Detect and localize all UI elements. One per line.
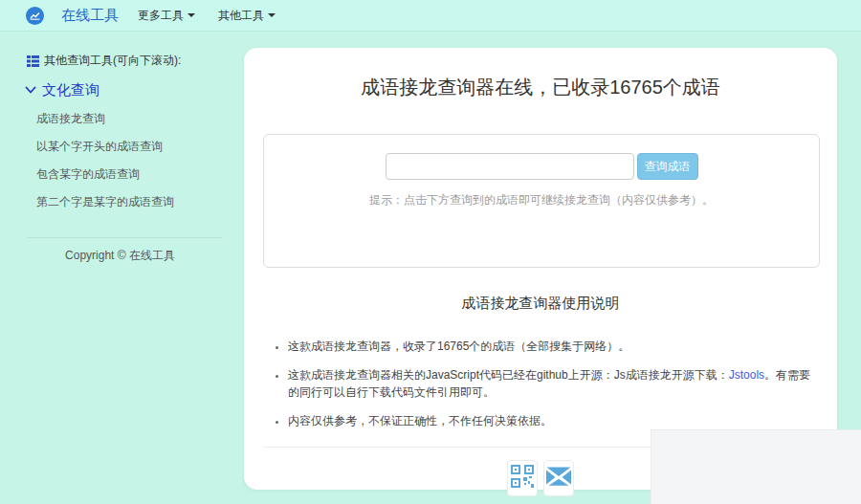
sidebar-divider bbox=[27, 237, 222, 238]
sidebar-item-idiom-chain-query[interactable]: 成语接龙查询 bbox=[36, 111, 244, 127]
sidebar-category-label: 文化查询 bbox=[42, 81, 99, 99]
idiom-search-input[interactable] bbox=[386, 153, 634, 180]
sidebar-item-idiom-containing[interactable]: 包含某字的成语查询 bbox=[36, 166, 244, 183]
nav-menu-more-tools[interactable]: 更多工具 bbox=[138, 8, 195, 24]
bottom-right-overlay-panel bbox=[651, 429, 861, 504]
list-grid-icon bbox=[27, 55, 39, 67]
instruction-item: 这款成语接龙查询器，收录了16765个的成语（全部搜集于网络）。 bbox=[288, 338, 816, 356]
instructions-list: 这款成语接龙查询器，收录了16765个的成语（全部搜集于网络）。 这款成语接龙查… bbox=[288, 338, 816, 429]
chevron-down-icon bbox=[25, 86, 36, 95]
page-title: 成语接龙查询器在线，已收录16765个成语 bbox=[244, 75, 837, 100]
instruction-item: 这款成语接龙查询器相关的JavaScript代码已经在github上开源：Js成… bbox=[288, 366, 816, 402]
instruction-text: 内容仅供参考，不保证正确性，不作任何决策依据。 bbox=[288, 414, 552, 427]
jstools-link[interactable]: Jstools bbox=[729, 368, 764, 382]
nav-menu-other-tools[interactable]: 其他工具 bbox=[218, 8, 276, 24]
sidebar-item-idiom-second-char[interactable]: 第二个字是某字的成语查询 bbox=[36, 194, 244, 210]
sidebar-header: 其他查询工具(可向下滚动): bbox=[27, 53, 244, 69]
instructions-heading: 成语接龙查询器使用说明 bbox=[244, 295, 837, 313]
email-icon bbox=[546, 467, 571, 490]
email-share-button[interactable] bbox=[543, 460, 574, 496]
sidebar: 其他查询工具(可向下滚动): 文化查询 成语接龙查询 以某个字开头的成语查询 包… bbox=[0, 32, 244, 264]
main-card: 成语接龙查询器在线，已收录16765个成语 查询成语 提示：点击下方查询到的成语… bbox=[244, 48, 837, 490]
nav-menu-more-tools-label: 更多工具 bbox=[138, 8, 184, 24]
sidebar-category-culture-query[interactable]: 文化查询 bbox=[25, 81, 244, 99]
instruction-text: 这款成语接龙查询器，收录了16765个的成语（全部搜集于网络）。 bbox=[288, 340, 629, 353]
instruction-text: 这款成语接龙查询器相关的JavaScript代码已经在github上开源：Js成… bbox=[288, 368, 729, 382]
query-idiom-button[interactable]: 查询成语 bbox=[637, 153, 698, 180]
brand-link[interactable]: 在线工具 bbox=[61, 7, 119, 25]
copyright-text: Copyright © 在线工具 bbox=[0, 248, 244, 264]
qrcode-share-button[interactable] bbox=[507, 460, 538, 496]
caret-down-icon bbox=[188, 13, 195, 17]
top-navbar: 在线工具 更多工具 其他工具 bbox=[0, 0, 861, 32]
sidebar-header-label: 其他查询工具(可向下滚动): bbox=[44, 53, 181, 69]
page-content: 其他查询工具(可向下滚动): 文化查询 成语接龙查询 以某个字开头的成语查询 包… bbox=[0, 32, 861, 490]
sidebar-item-idiom-starting-with[interactable]: 以某个字开头的成语查询 bbox=[36, 139, 244, 155]
instruction-item: 内容仅供参考，不保证正确性，不作任何决策依据。 bbox=[288, 412, 816, 430]
query-panel: 查询成语 提示：点击下方查询到的成语即可继续接龙查询（内容仅供参考）。 bbox=[263, 134, 820, 268]
qrcode-icon bbox=[511, 465, 534, 492]
query-hint-text: 提示：点击下方查询到的成语即可继续接龙查询（内容仅供参考）。 bbox=[264, 192, 819, 208]
site-logo-icon[interactable] bbox=[26, 7, 44, 25]
nav-menu-other-tools-label: 其他工具 bbox=[218, 8, 264, 24]
query-row: 查询成语 bbox=[264, 153, 819, 180]
caret-down-icon bbox=[268, 13, 276, 17]
